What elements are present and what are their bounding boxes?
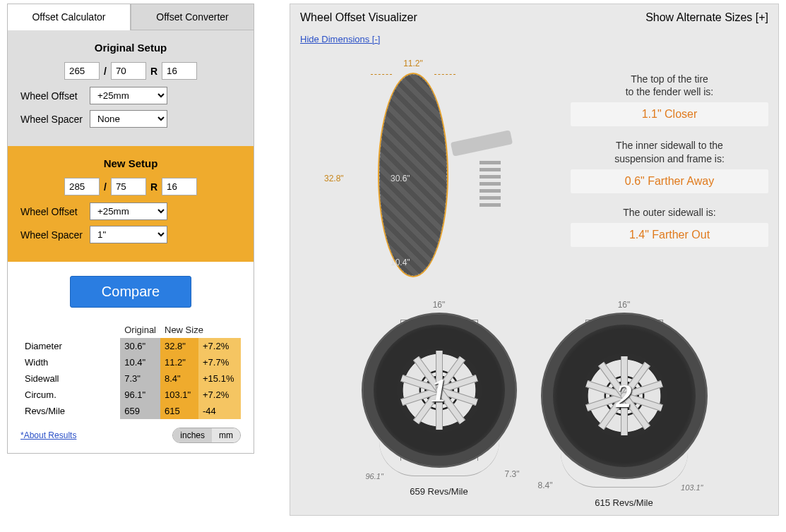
table-row: Revs/Mile659615-44	[20, 403, 241, 419]
wheel-2-number: 2	[616, 377, 632, 415]
original-offset-label: Wheel Offset	[20, 90, 85, 102]
tabs: Offset Calculator Offset Converter	[7, 4, 254, 30]
original-width-input[interactable]	[64, 62, 100, 80]
hide-dimensions-link[interactable]: Hide Dimensions [-]	[290, 31, 390, 47]
dim-height-left: 32.8"	[324, 174, 344, 183]
wheel-2-sidewall: 8.4"	[538, 480, 553, 490]
table-row: Circum.96.1"103.1"+7.2%	[20, 387, 241, 403]
wheel-2-rim-dim: 16"	[618, 300, 631, 310]
about-results-link[interactable]: *About Results	[20, 430, 76, 440]
unit-mm[interactable]: mm	[212, 428, 240, 442]
wheel-1-circ: 96.1"	[366, 472, 383, 480]
tab-offset-calculator[interactable]: Offset Calculator	[7, 4, 131, 30]
original-setup-section: Original Setup / R Wheel Offset +25mm Wh…	[8, 30, 254, 146]
new-aspect-input[interactable]	[111, 178, 146, 195]
wheel-2-circ: 103.1"	[681, 483, 703, 492]
dim-width-top: 11.2"	[371, 59, 455, 68]
wheel-2-revs: 615 Revs/Mile	[541, 497, 708, 508]
dim-inner-height: 30.6"	[391, 174, 410, 183]
col-original: Original	[120, 322, 160, 338]
table-row: Sidewall7.3"8.4"+15.1%	[20, 370, 241, 387]
side-tire-illustration: 11.2" 32.8" 30.6" 10.4"	[357, 73, 477, 284]
clearance-card-outer: The outer sidewall is: 1.4" Farther Out	[571, 206, 768, 247]
new-offset-label: Wheel Offset	[20, 206, 85, 217]
original-spacer-select[interactable]: None	[90, 110, 167, 128]
clearance-card-fender: The top of the tire to the fender well i…	[571, 73, 768, 126]
wheel-1-sidewall: 7.3"	[505, 469, 520, 479]
compare-button[interactable]: Compare	[70, 276, 191, 308]
dim-inner-width: 10.4"	[391, 258, 410, 267]
table-row: Width10.4"11.2"+7.7%	[20, 354, 241, 370]
wheel-1-revs: 659 Revs/Mile	[362, 486, 517, 497]
table-row: Diameter30.6"32.8"+7.2%	[20, 338, 241, 354]
unit-inches[interactable]: inches	[173, 428, 212, 442]
wheel-1: 16" 1 7.3" 96.1" 659 Revs/Mile	[362, 313, 517, 508]
original-offset-select[interactable]: +25mm	[90, 87, 167, 104]
tab-offset-converter[interactable]: Offset Converter	[131, 4, 254, 30]
new-offset-select[interactable]: +25mm	[90, 202, 167, 220]
unit-toggle[interactable]: inches mm	[172, 428, 241, 443]
original-aspect-input[interactable]	[111, 62, 146, 80]
clearance-card-inner: The inner sidewall to the suspension and…	[571, 139, 768, 193]
visualizer-title: Wheel Offset Visualizer	[300, 11, 417, 24]
wheel-1-number: 1	[431, 372, 447, 409]
results-table: Original New Size Diameter30.6"32.8"+7.2…	[8, 315, 254, 453]
new-setup-section: New Setup / R Wheel Offset +25mm Wheel S…	[8, 146, 254, 262]
new-setup-title: New Setup	[20, 157, 241, 169]
new-rim-input[interactable]	[162, 178, 197, 195]
wheel-2: 16" 2 8.4" 103.1" 615 Revs/Mile	[541, 313, 708, 508]
new-width-input[interactable]	[64, 178, 100, 195]
original-setup-title: Original Setup	[20, 42, 241, 54]
new-spacer-select[interactable]: 1"	[90, 226, 167, 243]
suspension-icon	[451, 115, 515, 221]
col-new: New Size	[160, 322, 241, 338]
original-spacer-label: Wheel Spacer	[20, 114, 85, 125]
wheel-1-rim-dim: 16"	[433, 300, 446, 310]
show-alternate-sizes[interactable]: Show Alternate Sizes [+]	[645, 11, 768, 24]
new-spacer-label: Wheel Spacer	[20, 229, 85, 241]
original-rim-input[interactable]	[162, 62, 197, 80]
